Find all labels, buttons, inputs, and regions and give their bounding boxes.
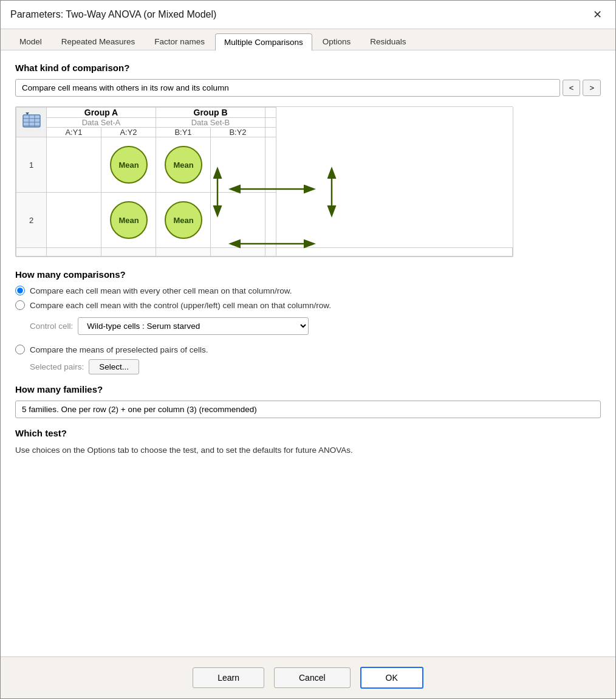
dataset-a-header: Data Set-A xyxy=(47,118,156,128)
comparison-option-3[interactable]: Compare the means of preselected pairs o… xyxy=(15,345,601,354)
families-title: How many families? xyxy=(15,384,601,394)
comparison-radio-2[interactable] xyxy=(15,300,25,310)
which-test-title: Which test? xyxy=(15,428,601,438)
comparison-radio-3[interactable] xyxy=(15,345,25,354)
comparison-option-1[interactable]: Compare each cell mean with every other … xyxy=(15,286,601,295)
group-a-header: Group A xyxy=(47,108,156,118)
tab-multiple-comparisons[interactable]: Multiple Comparisons xyxy=(215,33,312,50)
window-title: Parameters: Two-Way ANOVA (or Mixed Mode… xyxy=(10,9,216,20)
tab-factor-names[interactable]: Factor names xyxy=(145,33,214,50)
svg-rect-0 xyxy=(23,115,40,127)
next-button[interactable]: > xyxy=(583,80,601,96)
row1-by2-cell xyxy=(211,137,265,193)
which-test-body: Use choices on the Options tab to choose… xyxy=(15,444,601,456)
mean-circle-row2-ay2: Mean xyxy=(110,201,148,239)
diagram-row-2: 2 Mean xyxy=(16,193,513,248)
cancel-button[interactable]: Cancel xyxy=(274,667,351,688)
comparison-dropdown-row: Compare cell means with others in its ro… xyxy=(15,79,601,97)
main-content: What kind of comparison? Compare cell me… xyxy=(1,50,615,656)
mean-circle-row2-by1: Mean xyxy=(165,201,202,239)
comparisons-section: How many comparisons? Compare each cell … xyxy=(15,269,601,374)
row1-by1-cell: Mean xyxy=(156,137,211,193)
row-2-num: 2 xyxy=(16,193,47,248)
tab-options[interactable]: Options xyxy=(313,33,360,50)
tab-model[interactable]: Model xyxy=(10,33,51,50)
row1-ay2-cell: Mean xyxy=(101,137,156,193)
selected-pairs-row: Selected pairs: Select... xyxy=(30,359,601,374)
row2-by2-cell xyxy=(211,193,265,248)
comparison-dropdown[interactable]: Compare cell means with others in its ro… xyxy=(15,79,560,97)
ok-button[interactable]: OK xyxy=(360,667,423,689)
diagram-table: Group A Group B Data Set-A Data Set-B A:… xyxy=(16,107,513,257)
families-section: How many families? 5 families. One per r… xyxy=(15,384,601,418)
families-select[interactable]: 5 families. One per row (2) + one per co… xyxy=(15,401,601,418)
row-1-num: 1 xyxy=(16,137,47,193)
control-cell-select[interactable]: Wild-type cells : Serum starved xyxy=(78,317,309,335)
diagram-row-extra xyxy=(16,248,513,257)
col-ay2: A:Y2 xyxy=(101,128,156,137)
comparison-radio-1[interactable] xyxy=(15,286,25,295)
comparisons-radio-group: Compare each cell mean with every other … xyxy=(15,286,601,374)
mean-circle-row1-ay2: Mean xyxy=(110,146,148,184)
footer: Learn Cancel OK xyxy=(1,656,615,698)
prev-button[interactable]: < xyxy=(563,80,581,96)
row2-ay2-cell: Mean xyxy=(101,193,156,248)
diagram-row-1: 1 Mean xyxy=(16,137,513,193)
comparisons-title: How many comparisons? xyxy=(15,269,601,280)
group-b-header: Group B xyxy=(156,108,265,118)
close-button[interactable]: ✕ xyxy=(589,7,606,22)
comparison-option-2[interactable]: Compare each cell mean with the control … xyxy=(15,300,601,310)
control-cell-label: Control cell: xyxy=(30,322,73,331)
which-test-section: Which test? Use choices on the Options t… xyxy=(15,428,601,456)
col-ay1: A:Y1 xyxy=(47,128,101,137)
selected-pairs-label: Selected pairs: xyxy=(30,362,84,371)
row1-ay1-cell xyxy=(47,137,101,193)
dataset-b-header: Data Set-B xyxy=(156,118,265,128)
dialog-container: Parameters: Two-Way ANOVA (or Mixed Mode… xyxy=(0,0,616,699)
col-by2: B:Y2 xyxy=(211,128,265,137)
col-by1: B:Y1 xyxy=(156,128,211,137)
select-pairs-button[interactable]: Select... xyxy=(89,359,139,374)
tab-bar: Model Repeated Measures Factor names Mul… xyxy=(1,29,615,50)
row2-by1-cell: Mean xyxy=(156,193,211,248)
comparison-diagram: Group A Group B Data Set-A Data Set-B A:… xyxy=(15,106,513,257)
mean-circle-row1-by1: Mean xyxy=(165,146,202,184)
title-bar: Parameters: Two-Way ANOVA (or Mixed Mode… xyxy=(1,1,615,29)
control-cell-row: Control cell: Wild-type cells : Serum st… xyxy=(30,317,601,335)
table-icon xyxy=(21,110,43,132)
tab-repeated-measures[interactable]: Repeated Measures xyxy=(52,33,145,50)
tab-residuals[interactable]: Residuals xyxy=(361,33,415,50)
comparison-question: What kind of comparison? xyxy=(15,63,601,73)
learn-button[interactable]: Learn xyxy=(193,667,264,688)
row2-ay1-cell xyxy=(47,193,101,248)
